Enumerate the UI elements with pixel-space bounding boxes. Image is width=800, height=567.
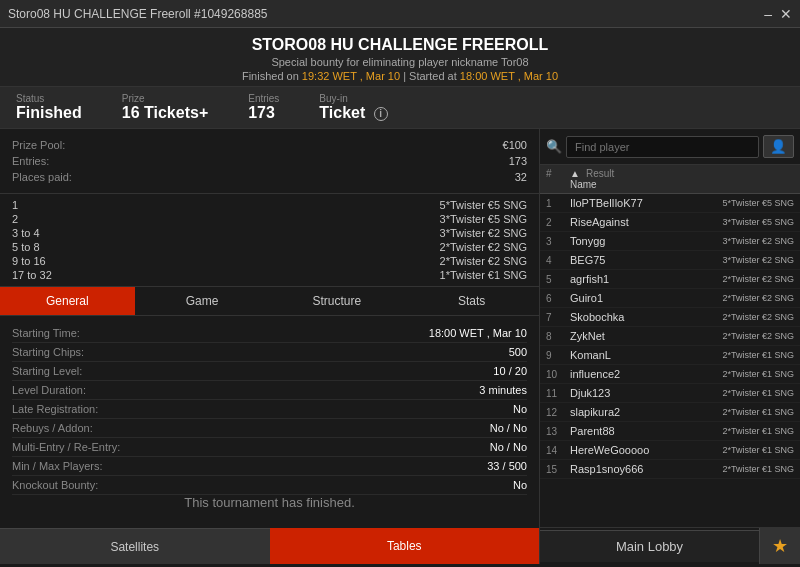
detail-row: Rebuys / Addon:No / No xyxy=(12,419,527,438)
satellites-button[interactable]: Satellites xyxy=(0,528,270,564)
tournament-subtitle: Special bounty for eliminating player ni… xyxy=(0,56,800,68)
finished-message: This tournament has finished. xyxy=(12,495,527,510)
player-num: 1 xyxy=(546,198,570,209)
player-num: 13 xyxy=(546,426,570,437)
place-num: 9 to 16 xyxy=(12,255,46,267)
add-player-button[interactable]: 👤 xyxy=(763,135,794,158)
player-name: Djuk123 xyxy=(570,387,722,399)
search-bar: 🔍 👤 xyxy=(540,129,800,165)
player-name: IloPTBelIloK77 xyxy=(570,197,722,209)
detail-row: Level Duration:3 minutes xyxy=(12,381,527,400)
tab-general[interactable]: General xyxy=(0,287,135,315)
list-item: 5 to 82*Twister €2 SNG xyxy=(12,240,527,254)
col-result: Result xyxy=(586,168,794,190)
table-row[interactable]: 1IloPTBelIloK775*Twister €5 SNG xyxy=(540,194,800,213)
player-result: 5*Twister €5 SNG xyxy=(722,198,794,208)
table-row[interactable]: 9KomanL2*Twister €1 SNG xyxy=(540,346,800,365)
player-name: Parent88 xyxy=(570,425,722,437)
table-row[interactable]: 3Tonygg3*Twister €2 SNG xyxy=(540,232,800,251)
table-row[interactable]: 2RiseAgainst3*Twister €5 SNG xyxy=(540,213,800,232)
tab-structure[interactable]: Structure xyxy=(270,287,405,315)
detail-value: No / No xyxy=(490,441,527,453)
player-name: agrfish1 xyxy=(570,273,722,285)
table-row[interactable]: 11Djuk1232*Twister €1 SNG xyxy=(540,384,800,403)
bottom-buttons: Satellites Tables xyxy=(0,528,539,564)
table-row[interactable]: 15Rasp1snoy6662*Twister €1 SNG xyxy=(540,460,800,479)
info-icon[interactable]: i xyxy=(374,107,388,121)
prize-value: 16 Tickets+ xyxy=(122,104,208,121)
status-item: Status Finished xyxy=(16,93,82,122)
main-lobby-button[interactable]: Main Lobby xyxy=(540,530,759,562)
player-name: BEG75 xyxy=(570,254,722,266)
table-row[interactable]: 8ZykNet2*Twister €2 SNG xyxy=(540,327,800,346)
player-name: ZykNet xyxy=(570,330,722,342)
player-result: 2*Twister €1 SNG xyxy=(722,407,794,417)
table-row[interactable]: 6Guiro12*Twister €2 SNG xyxy=(540,289,800,308)
place-prize: 3*Twister €2 SNG xyxy=(440,227,527,239)
tabs-row: GeneralGameStructureStats xyxy=(0,287,539,316)
list-item: 23*Twister €5 SNG xyxy=(12,212,527,226)
detail-label: Starting Chips: xyxy=(12,346,84,358)
list-item: 17 to 321*Twister €1 SNG xyxy=(12,268,527,282)
place-num: 5 to 8 xyxy=(12,241,40,253)
player-result: 2*Twister €1 SNG xyxy=(722,350,794,360)
detail-label: Min / Max Players: xyxy=(12,460,102,472)
place-num: 2 xyxy=(12,213,18,225)
table-row[interactable]: 12slapikura22*Twister €1 SNG xyxy=(540,403,800,422)
player-num: 7 xyxy=(546,312,570,323)
player-num: 3 xyxy=(546,236,570,247)
detail-row: Knockout Bounty:No xyxy=(12,476,527,495)
favorite-button[interactable]: ★ xyxy=(759,528,800,564)
detail-value: 3 minutes xyxy=(479,384,527,396)
detail-row: Min / Max Players:33 / 500 xyxy=(12,457,527,476)
status-value: Finished xyxy=(16,104,82,121)
buyin-item: Buy-in Ticket i xyxy=(319,93,387,122)
player-result: 2*Twister €2 SNG xyxy=(722,274,794,284)
player-name: Skobochka xyxy=(570,311,722,323)
place-prize: 1*Twister €1 SNG xyxy=(440,269,527,281)
entries-row-label: Entries: xyxy=(12,155,49,167)
close-button[interactable]: ✕ xyxy=(780,7,792,21)
col-sort[interactable]: ▲ Name xyxy=(570,168,586,190)
entries-item: Entries 173 xyxy=(248,93,279,122)
detail-row: Multi-Entry / Re-Entry:No / No xyxy=(12,438,527,457)
buyin-label: Buy-in xyxy=(319,93,387,104)
player-result: 2*Twister €2 SNG xyxy=(722,312,794,322)
table-row[interactable]: 13Parent882*Twister €1 SNG xyxy=(540,422,800,441)
left-panel: Prize Pool: €100 Entries: 173 Places pai… xyxy=(0,129,540,564)
title-bar: Storo08 HU CHALLENGE Freeroll #104926888… xyxy=(0,0,800,28)
prize-pool-section: Prize Pool: €100 Entries: 173 Places pai… xyxy=(0,129,539,194)
table-row[interactable]: 10influence22*Twister €1 SNG xyxy=(540,365,800,384)
prize-pool-row: Prize Pool: €100 xyxy=(12,137,527,153)
detail-label: Late Registration: xyxy=(12,403,98,415)
player-result: 2*Twister €1 SNG xyxy=(722,445,794,455)
player-name: RiseAgainst xyxy=(570,216,722,228)
player-num: 12 xyxy=(546,407,570,418)
player-result: 3*Twister €2 SNG xyxy=(722,236,794,246)
player-num: 9 xyxy=(546,350,570,361)
tab-stats[interactable]: Stats xyxy=(404,287,539,315)
search-input[interactable] xyxy=(566,136,759,158)
table-row[interactable]: 14HereWeGooooo2*Twister €1 SNG xyxy=(540,441,800,460)
places-section: 15*Twister €5 SNG23*Twister €5 SNG3 to 4… xyxy=(0,194,539,287)
tables-button[interactable]: Tables xyxy=(270,528,540,564)
place-prize: 2*Twister €2 SNG xyxy=(440,241,527,253)
table-row[interactable]: 4BEG753*Twister €2 SNG xyxy=(540,251,800,270)
started-time: 18:00 WET , Mar 10 xyxy=(460,70,558,82)
started-label: Started at xyxy=(409,70,457,82)
table-row[interactable]: 5agrfish12*Twister €2 SNG xyxy=(540,270,800,289)
prize-item: Prize 16 Tickets+ xyxy=(122,93,208,122)
detail-label: Starting Time: xyxy=(12,327,80,339)
window-controls: – ✕ xyxy=(764,7,792,21)
player-result: 3*Twister €5 SNG xyxy=(722,217,794,227)
table-row[interactable]: 7Skobochka2*Twister €2 SNG xyxy=(540,308,800,327)
detail-label: Level Duration: xyxy=(12,384,86,396)
detail-value: No xyxy=(513,479,527,491)
player-result: 2*Twister €1 SNG xyxy=(722,369,794,379)
player-result: 2*Twister €1 SNG xyxy=(722,464,794,474)
minimize-button[interactable]: – xyxy=(764,7,772,21)
detail-value: 33 / 500 xyxy=(487,460,527,472)
prize-label: Prize xyxy=(122,93,208,104)
tab-game[interactable]: Game xyxy=(135,287,270,315)
player-name: slapikura2 xyxy=(570,406,722,418)
